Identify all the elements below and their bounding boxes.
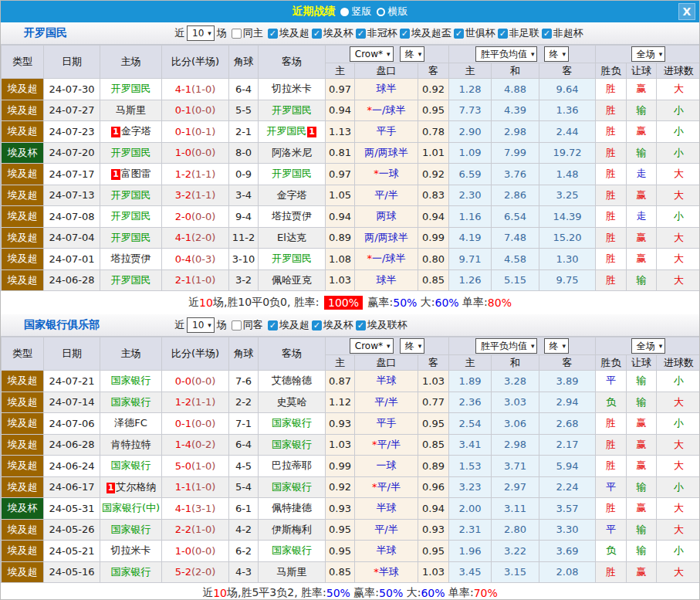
competition-checkbox-label: 埃及超 [279,26,309,40]
checkbox-checked-icon[interactable]: ✓ [268,320,278,331]
cell-avg-home: 2.54 [449,413,492,435]
chevron-down-icon: ▾ [208,29,211,37]
score-halftime: (0-3) [191,253,215,265]
competition-checkbox[interactable]: ✓非足联 [498,26,539,40]
rank-badge: 1 [111,169,120,180]
checkbox-checked-icon[interactable]: ✓ [312,320,322,331]
odds-final-select-2[interactable]: 终▾ [400,338,425,354]
checkbox-unchecked-icon[interactable] [232,29,242,39]
cell-competition-type: 埃及超 [2,561,44,583]
cell-handicap: *一/球半 [355,100,418,121]
competition-checkbox[interactable]: ✓非超杯 [542,26,583,40]
cell-result-goals: 大 [657,269,700,291]
match-count-select-1[interactable]: 10▾ [187,25,215,41]
cell-result-wdl: 胜 [596,413,627,435]
checkbox-checked-icon[interactable]: ✓ [356,320,366,331]
cell-corner: 9-4 [229,206,259,228]
cell-away-odds: 0.83 [418,185,449,206]
col-score: 比分(半场) [162,46,229,79]
fulltime-select-2[interactable]: 全场▾ [631,338,666,354]
cell-result-wdl: 胜 [596,79,627,100]
fulltime-select-1[interactable]: 全场▾ [631,46,666,62]
same-venue-checkbox-1[interactable]: 同主 [232,26,263,40]
checkbox-checked-icon[interactable]: ✓ [312,29,322,39]
cell-competition-type: 埃及超 [2,227,44,249]
cell-result-goals: 小 [657,476,700,498]
competition-checkbox[interactable]: ✓埃及杯 [312,26,353,40]
cell-avg-away: 2.17 [539,434,596,456]
cell-handicap: 半球 [355,541,418,562]
checkbox-unchecked-icon[interactable] [232,320,242,331]
cell-avg-away: 19.72 [539,142,596,164]
checkbox-checked-icon[interactable]: ✓ [268,29,278,39]
competition-checkbox-label: 埃及联杯 [367,318,407,332]
cell-home-team: 1金字塔 [100,121,162,143]
home-team-name: 国家银行 [111,524,151,535]
close-button[interactable]: X [678,3,695,20]
cell-away-team: 塔拉贾伊 [259,206,326,228]
cell-corner: 3-10 [229,249,259,270]
competition-checkbox[interactable]: ✓埃及杯 [312,318,353,332]
radio-selected-icon[interactable] [340,8,349,16]
table-row: 埃及超24-07-01塔拉贾伊0-4(0-3)3-10开罗国民1.08*一/球半… [2,249,700,270]
cell-home-team: 塔拉贾伊 [100,249,162,270]
competition-checkbox[interactable]: ✓埃及超盃 [400,26,451,40]
handicap-text: 两/两球半 [364,147,407,158]
avg-final-select-2[interactable]: 终▾ [544,338,570,354]
score-fulltime: 1-4 [175,439,191,450]
cell-avg-away: 3.69 [539,541,596,562]
avg-final-select-1[interactable]: 终▾ [544,46,570,62]
cell-away-team: 佩哈亚克 [259,269,326,291]
cell-result-goals: 小 [657,206,700,228]
col-date: 日期 [44,46,100,79]
competition-checkbox[interactable]: ✓世俱杯 [454,26,495,40]
filter-bar-1: 近 10▾ 场 同主 ✓埃及超✓埃及杯✓非冠杯✓埃及超盃✓世俱杯✓非足联✓非超杯 [174,25,583,41]
horizontal-layout-radio[interactable]: 横版 [377,5,408,19]
competition-checkbox-label: 埃及杯 [323,26,353,40]
competition-checkbox[interactable]: ✓非冠杯 [356,26,397,40]
odds-source-select-1[interactable]: Crow*▾ [350,46,394,62]
checkbox-checked-icon[interactable]: ✓ [454,29,464,39]
vertical-layout-radio[interactable]: 竖版 [340,5,372,19]
checkbox-checked-icon[interactable]: ✓ [400,29,410,39]
avg-select-2[interactable]: 胜平负均值▾ [475,338,538,354]
summary-segment: 单率: [459,296,488,310]
checkbox-checked-icon[interactable]: ✓ [498,29,508,39]
handicap-text: 平/半 [374,524,397,535]
cell-avg-away: 3.89 [539,371,596,392]
cell-handicap: 平手 [355,413,418,435]
home-team-name: 国家银行(中) [102,502,160,514]
odds-final-select-1[interactable]: 终▾ [400,46,425,62]
away-team-name: 开罗国民 [272,253,312,264]
competition-checkbox[interactable]: ✓埃及超 [268,318,309,332]
cell-away-team: 开罗国民 [259,164,326,185]
summary-segment: 60% [435,297,459,309]
cell-result-goals: 大 [657,79,700,100]
handicap-text: 平手 [377,417,397,429]
same-venue-checkbox-2[interactable]: 同客 [232,318,263,332]
chevron-down-icon: ▾ [387,342,391,350]
filter-bar-2: 近 10▾ 场 同客 ✓埃及超✓埃及杯✓埃及联杯 [174,317,407,333]
handicap-text: 一球 [377,459,397,471]
match-count-select-2[interactable]: 10▾ [187,317,215,333]
cell-away-odds: 1.03 [418,561,449,583]
checkbox-checked-icon[interactable]: ✓ [356,29,366,39]
cell-home-odds: 0.81 [326,142,355,164]
home-team-name: 开罗国民 [111,83,151,94]
cell-result-wdl: 胜 [596,434,627,456]
odds-source-select-2[interactable]: Crow*▾ [350,338,394,354]
cell-competition-type: 埃及超 [2,164,44,185]
radio-unselected-icon[interactable] [377,8,385,16]
checkbox-checked-icon[interactable]: ✓ [542,29,552,39]
competition-checkbox[interactable]: ✓埃及超 [268,26,309,40]
cell-avg-draw: 3.71 [492,456,539,477]
cell-avg-away: 1.36 [539,100,596,121]
avg-select-1[interactable]: 胜平负均值▾ [475,46,538,62]
cell-result-handicap: 输 [627,371,657,392]
cell-corner: 0-9 [229,164,259,185]
competition-checkbox[interactable]: ✓埃及联杯 [356,318,407,332]
score-halftime: (1-0) [191,524,215,535]
summary-segment: 场,胜10平0负0, 胜率: [213,296,323,310]
cell-home-odds: 0.92 [326,476,355,498]
table-row: 埃及超24-06-28开罗国民2-1(1-0)3-2佩哈亚克1.03球半0.85… [2,269,700,291]
